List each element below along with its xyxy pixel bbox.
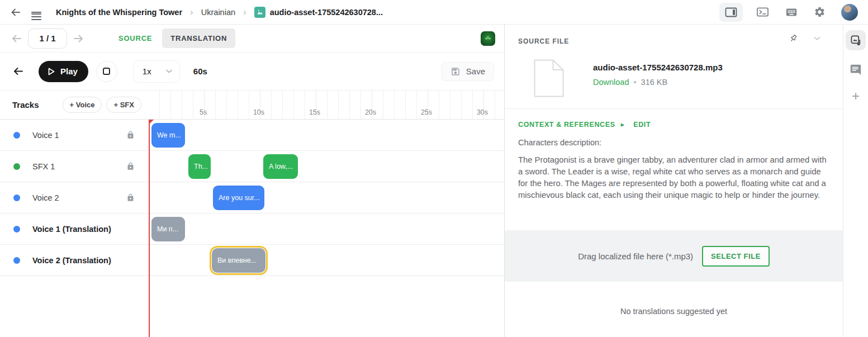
settings-button[interactable] (812, 4, 828, 20)
audio-clip[interactable]: Ви впевне... (212, 248, 265, 273)
speed-value: 1x (143, 67, 151, 76)
dropzone-label: Drag localized file here (*.mp3) (578, 251, 693, 261)
track-lane[interactable]: Th...A low,... (148, 151, 504, 182)
ruler-tick (450, 91, 450, 119)
terminal-button[interactable] (754, 4, 771, 20)
asset-thumbnail-icon (254, 7, 265, 18)
track-label-cell[interactable]: Voice 2 (Translation) (0, 245, 148, 276)
track-label-cell[interactable]: SFX 1 (0, 151, 148, 182)
track-rows: Voice 1 We m... SFX 1 Th...A low,... Voi… (0, 120, 504, 337)
context-section: CONTEXT & REFERENCES ▸ EDIT Characters d… (505, 109, 843, 201)
translations-empty-state: No translations suggested yet (505, 307, 843, 316)
ruler-tick (238, 91, 238, 119)
description-title: Characters description: (518, 138, 829, 147)
save-button[interactable]: Save (442, 62, 494, 81)
track-color-dot (13, 163, 20, 170)
pin-button[interactable] (786, 31, 800, 45)
breadcrumb-asset[interactable]: audio-asset-1755242630728... (254, 7, 383, 18)
playback-speed-select[interactable]: 1x (133, 60, 180, 83)
ruler-tick (249, 91, 249, 119)
comments-panel-button[interactable] (850, 64, 862, 76)
back-arrow-icon (12, 66, 24, 77)
timeline-ruler[interactable]: 5s10s15s20s25s30s (148, 91, 504, 119)
chevron-right-icon: › (242, 7, 248, 17)
ruler-tick-label: 30s (477, 108, 488, 116)
context-references-link[interactable]: CONTEXT & REFERENCES (518, 121, 615, 129)
tab-translation[interactable]: TRANSLATION (162, 29, 235, 48)
track-name: Voice 2 (Translation) (32, 256, 111, 265)
ruler-tick-label: 25s (421, 108, 432, 116)
chevron-down-icon (165, 69, 173, 74)
track-row: Voice 1 We m... (0, 120, 504, 151)
track-lane[interactable]: Are you sur... (148, 182, 504, 213)
user-avatar[interactable] (839, 2, 860, 23)
track-label-cell[interactable]: Voice 1 (Translation) (0, 213, 148, 244)
panel-layout-icon (724, 6, 738, 18)
back-button[interactable] (8, 4, 23, 20)
track-lane[interactable]: We m... (148, 120, 504, 150)
ruler-tick (226, 91, 227, 119)
prev-page-button[interactable] (9, 31, 25, 46)
audio-asset-panel-button[interactable] (846, 30, 866, 50)
transport-bar: Play 1x 60s Save (0, 53, 504, 91)
file-icon (534, 59, 564, 97)
audio-asset-icon (850, 35, 862, 46)
next-page-button[interactable] (70, 31, 86, 46)
breadcrumb-language[interactable]: Ukrainian (201, 8, 235, 17)
add-panel-button[interactable]: + (852, 89, 860, 103)
next-arrow-icon (73, 34, 84, 44)
breadcrumb-asset-label: audio-asset-1755242630728... (270, 8, 383, 17)
comment-icon (850, 64, 862, 76)
breadcrumb-project[interactable]: Knights of the Whispering Tower (56, 8, 182, 17)
ruler-tick (282, 91, 283, 119)
track-row: Voice 2 Are you sur... (0, 182, 504, 213)
ruler-tick (416, 91, 417, 119)
ruler-tick (495, 91, 495, 119)
ruler-tick (461, 91, 462, 119)
download-link[interactable]: Download (593, 78, 629, 87)
ruler-tick (394, 91, 395, 119)
breadcrumb: Knights of the Whispering Tower › Ukrain… (56, 7, 383, 18)
track-name: Voice 1 (Translation) (32, 225, 111, 234)
stop-button[interactable] (96, 61, 117, 82)
ruler-tick (472, 91, 473, 119)
localized-file-dropzone[interactable]: Drag localized file here (*.mp3) SELECT … (505, 230, 843, 282)
page-indicator: 1 / 1 (28, 29, 67, 49)
track-lane[interactable]: Ви впевне... (148, 245, 504, 276)
ruler-tick-label: 10s (253, 108, 264, 116)
ruler-tick (193, 91, 193, 119)
lock-icon (126, 193, 135, 202)
audio-clip[interactable]: Ми п... (151, 217, 185, 241)
exit-editor-button[interactable] (10, 64, 26, 79)
file-name: audio-asset-1755242630728.mp3 (593, 63, 723, 72)
add-voice-button[interactable]: + Voice (63, 97, 102, 113)
track-row: Voice 1 (Translation) Ми п... (0, 213, 504, 245)
play-button[interactable]: Play (39, 61, 88, 82)
audio-clip[interactable]: We m... (151, 123, 185, 148)
ruler-tick-label: 15s (309, 108, 320, 116)
ruler-tick (293, 91, 294, 119)
tab-source[interactable]: SOURCE (112, 29, 159, 48)
lock-icon (126, 131, 135, 139)
add-sfx-button[interactable]: + SFX (106, 97, 141, 113)
keyboard-button[interactable] (782, 4, 800, 21)
extension-icon[interactable] (481, 31, 495, 46)
track-label-cell[interactable]: Voice 2 (0, 182, 148, 213)
collapse-panel-button[interactable] (812, 34, 823, 43)
track-label-cell[interactable]: Voice 1 (0, 120, 148, 150)
menu-icon[interactable] (29, 8, 44, 17)
audio-clip[interactable]: Th... (188, 154, 211, 179)
audio-clip[interactable]: A low,... (263, 154, 298, 179)
track-lane[interactable]: Ми п... (148, 213, 504, 244)
track-row: Voice 2 (Translation) Ви впевне... (0, 245, 504, 276)
ruler-tick (305, 91, 305, 119)
edit-context-button[interactable]: EDIT (633, 121, 651, 129)
audio-clip[interactable]: Are you sur... (213, 186, 264, 210)
source-file-panel: SOURCE FILE audio-asset-1755242630728.mp… (505, 25, 843, 337)
panel-layout-button[interactable] (719, 3, 743, 22)
tracks-header: Tracks + Voice + SFX 5s10s15s20s25s30s (0, 91, 504, 120)
playhead[interactable] (149, 120, 150, 337)
ruler-tick-label: 5s (200, 108, 207, 116)
select-file-button[interactable]: SELECT FILE (702, 246, 770, 267)
save-icon (450, 67, 461, 77)
